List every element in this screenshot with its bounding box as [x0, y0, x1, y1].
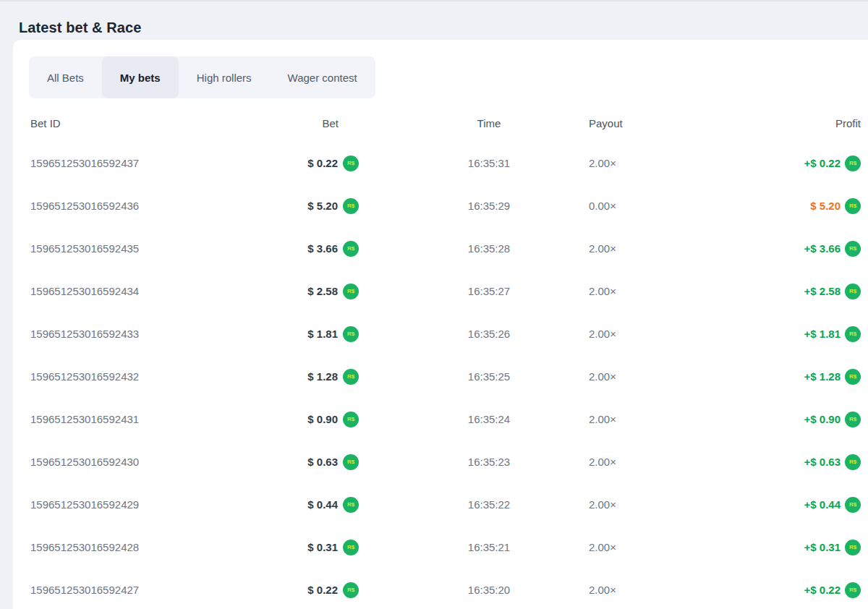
- profit-amount: +$ 3.66: [804, 242, 841, 255]
- real-coin-icon: R$: [343, 156, 359, 171]
- bet-cell: $ 0.90 R$: [292, 412, 359, 427]
- real-coin-icon: R$: [845, 412, 861, 427]
- column-header-time: Time: [359, 117, 587, 129]
- payout-cell: 2.00×: [587, 370, 710, 383]
- bet-id-cell: 159651253016592430: [30, 456, 292, 468]
- table-row[interactable]: 159651253016592428 $ 0.31 R$ 16:35:21 2.…: [30, 526, 861, 568]
- real-coin-icon: R$: [343, 284, 359, 299]
- bet-amount: $ 0.22: [307, 584, 338, 596]
- time-cell: 16:35:22: [359, 498, 587, 511]
- bet-id-cell: 159651253016592435: [30, 242, 292, 255]
- bet-id-cell: 159651253016592436: [30, 200, 292, 212]
- bet-amount: $ 2.58: [307, 285, 338, 297]
- real-coin-icon: R$: [845, 497, 861, 513]
- payout-cell: 2.00×: [587, 413, 710, 425]
- time-cell: 16:35:27: [359, 285, 587, 297]
- bet-id-cell: 159651253016592429: [30, 498, 292, 511]
- real-coin-icon: R$: [343, 412, 359, 427]
- payout-cell: 0.00×: [587, 200, 710, 212]
- bet-amount: $ 0.44: [307, 498, 338, 511]
- profit-cell: +$ 2.58 R$: [710, 284, 861, 299]
- real-coin-icon: R$: [343, 369, 359, 385]
- real-coin-icon: R$: [343, 326, 359, 342]
- tab-all-bets[interactable]: All Bets: [29, 56, 102, 98]
- real-coin-icon: R$: [343, 454, 359, 470]
- real-coin-icon: R$: [845, 198, 861, 214]
- bet-cell: $ 0.44 R$: [292, 497, 359, 513]
- table-header-row: Bet ID Bet Time Payout Profit: [30, 104, 861, 142]
- bet-cell: $ 1.28 R$: [292, 369, 359, 385]
- table-row[interactable]: 159651253016592430 $ 0.63 R$ 16:35:23 2.…: [30, 440, 861, 483]
- table-row[interactable]: 159651253016592429 $ 0.44 R$ 16:35:22 2.…: [30, 483, 861, 526]
- bet-amount: $ 0.63: [307, 456, 338, 468]
- time-cell: 16:35:23: [359, 456, 587, 468]
- bet-cell: $ 0.63 R$: [292, 454, 359, 470]
- bet-amount: $ 1.81: [307, 328, 338, 340]
- real-coin-icon: R$: [343, 582, 359, 598]
- profit-amount: +$ 0.63: [804, 456, 841, 468]
- column-header-bet-id: Bet ID: [30, 117, 292, 129]
- bet-id-cell: 159651253016592431: [30, 413, 292, 425]
- bets-tabbar: All BetsMy betsHigh rollersWager contest: [29, 56, 375, 98]
- real-coin-icon: R$: [845, 369, 861, 385]
- profit-amount: $ 5.20: [810, 200, 841, 212]
- bet-amount: $ 3.66: [307, 242, 338, 255]
- time-cell: 16:35:25: [359, 370, 587, 383]
- table-row[interactable]: 159651253016592435 $ 3.66 R$ 16:35:28 2.…: [30, 227, 861, 270]
- tab-wager-contest[interactable]: Wager contest: [270, 56, 375, 98]
- column-header-payout: Payout: [587, 117, 710, 129]
- profit-cell: $ 5.20 R$: [710, 198, 861, 214]
- time-cell: 16:35:29: [359, 200, 587, 212]
- bet-id-cell: 159651253016592437: [30, 157, 292, 169]
- bet-cell: $ 0.22 R$: [292, 156, 359, 171]
- real-coin-icon: R$: [343, 198, 359, 214]
- real-coin-icon: R$: [343, 540, 359, 555]
- tab-my-bets[interactable]: My bets: [102, 56, 179, 98]
- table-row[interactable]: 159651253016592433 $ 1.81 R$ 16:35:26 2.…: [30, 312, 861, 355]
- bet-id-cell: 159651253016592433: [30, 328, 292, 340]
- profit-cell: +$ 3.66 R$: [710, 241, 861, 257]
- profit-cell: +$ 0.44 R$: [710, 497, 861, 513]
- bet-id-cell: 159651253016592427: [30, 584, 292, 596]
- time-cell: 16:35:28: [359, 242, 587, 255]
- table-row[interactable]: 159651253016592434 $ 2.58 R$ 16:35:27 2.…: [30, 270, 861, 312]
- profit-amount: +$ 1.28: [804, 370, 841, 383]
- payout-cell: 2.00×: [587, 584, 710, 596]
- payout-cell: 2.00×: [587, 498, 710, 511]
- table-row[interactable]: 159651253016592432 $ 1.28 R$ 16:35:25 2.…: [30, 355, 861, 398]
- profit-amount: +$ 0.90: [804, 413, 841, 425]
- real-coin-icon: R$: [845, 582, 861, 598]
- bet-cell: $ 3.66 R$: [292, 241, 359, 257]
- bet-cell: $ 1.81 R$: [292, 326, 359, 342]
- latest-bets-card: All BetsMy betsHigh rollersWager contest…: [13, 40, 868, 609]
- table-row[interactable]: 159651253016592437 $ 0.22 R$ 16:35:31 2.…: [30, 142, 861, 184]
- time-cell: 16:35:24: [359, 413, 587, 425]
- bet-cell: $ 0.22 R$: [292, 582, 359, 598]
- profit-amount: +$ 0.44: [804, 498, 841, 511]
- bet-amount: $ 0.90: [307, 413, 338, 425]
- time-cell: 16:35:21: [359, 541, 587, 553]
- real-coin-icon: R$: [845, 241, 861, 257]
- profit-cell: +$ 0.63 R$: [710, 454, 861, 470]
- real-coin-icon: R$: [845, 326, 861, 342]
- real-coin-icon: R$: [845, 156, 861, 171]
- profit-cell: +$ 0.90 R$: [710, 412, 861, 427]
- profit-amount: +$ 1.81: [804, 328, 841, 340]
- bet-id-cell: 159651253016592434: [30, 285, 292, 297]
- bet-cell: $ 5.20 R$: [292, 198, 359, 214]
- bet-cell: $ 2.58 R$: [292, 284, 359, 299]
- table-row[interactable]: 159651253016592436 $ 5.20 R$ 16:35:29 0.…: [30, 184, 861, 227]
- profit-amount: +$ 0.22: [804, 157, 841, 169]
- profit-cell: +$ 1.28 R$: [710, 369, 861, 385]
- payout-cell: 2.00×: [587, 157, 710, 169]
- bet-cell: $ 0.31 R$: [292, 540, 359, 555]
- payout-cell: 2.00×: [587, 285, 710, 297]
- bet-amount: $ 1.28: [307, 370, 338, 383]
- bet-amount: $ 5.20: [307, 200, 338, 212]
- tab-high-rollers[interactable]: High rollers: [179, 56, 270, 98]
- time-cell: 16:35:26: [359, 328, 587, 340]
- table-row[interactable]: 159651253016592427 $ 0.22 R$ 16:35:20 2.…: [30, 568, 861, 609]
- table-row[interactable]: 159651253016592431 $ 0.90 R$ 16:35:24 2.…: [30, 398, 861, 440]
- payout-cell: 2.00×: [587, 328, 710, 340]
- bet-id-cell: 159651253016592432: [30, 370, 292, 383]
